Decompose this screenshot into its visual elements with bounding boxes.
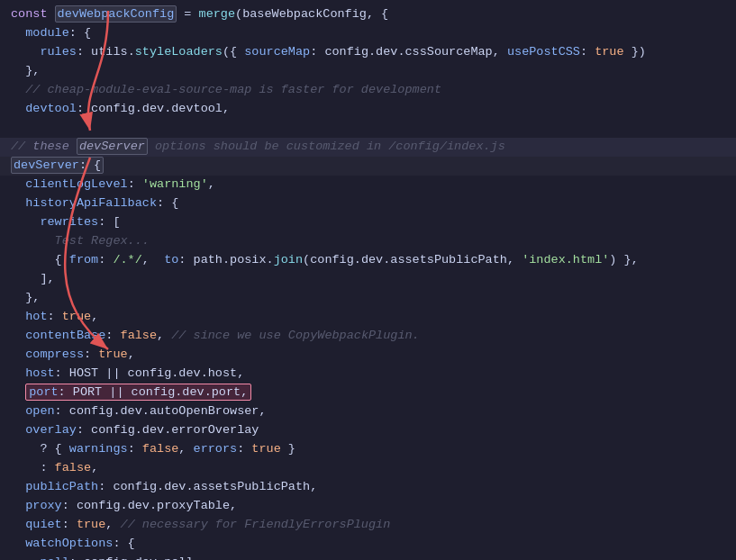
highlight-devserver-comment: devServer bbox=[77, 138, 148, 155]
code-line-16: }, bbox=[0, 289, 736, 308]
code-line-9: devServer: { bbox=[0, 157, 736, 176]
code-line-2: module: { bbox=[0, 24, 736, 43]
code-line-22: open: config.dev.autoOpenBrowser, bbox=[0, 402, 736, 421]
code-line-30: poll: config.dev.poll, bbox=[0, 554, 736, 560]
highlight-devserver-key: devServer: { bbox=[11, 157, 104, 174]
code-line-13: Test Regex... bbox=[0, 232, 736, 251]
highlight-devwebpackconfig: devWebpackConfig bbox=[55, 5, 177, 23]
code-line-21: port: PORT || config.dev.port, bbox=[0, 384, 736, 402]
code-line-8: // these devServer options should be cus… bbox=[0, 138, 736, 157]
code-line-14: { from: /.*/, to: path.posix.join(config… bbox=[0, 251, 736, 270]
code-editor: const devWebpackConfig = merge(baseWebpa… bbox=[0, 0, 736, 560]
code-line-1: const devWebpackConfig = merge(baseWebpa… bbox=[0, 5, 736, 24]
code-line-26: publicPath: config.dev.assetsPublicPath, bbox=[0, 478, 736, 497]
code-line-15: ], bbox=[0, 270, 736, 289]
code-line-17: hot: true, bbox=[0, 308, 736, 327]
code-line-25: : false, bbox=[0, 459, 736, 478]
code-line-18: contentBase: false, // since we use Copy… bbox=[0, 327, 736, 346]
code-line-27: proxy: config.dev.proxyTable, bbox=[0, 497, 736, 516]
code-line-19: compress: true, bbox=[0, 346, 736, 365]
code-line-20: host: HOST || config.dev.host, bbox=[0, 365, 736, 384]
code-line-12: rewrites: [ bbox=[0, 213, 736, 232]
code-line-3: rules: utils.styleLoaders({ sourceMap: c… bbox=[0, 43, 736, 62]
code-line-4: }, bbox=[0, 62, 736, 81]
code-line-28: quiet: true, // necessary for FriendlyEr… bbox=[0, 516, 736, 535]
code-line-23: overlay: config.dev.errorOverlay bbox=[0, 421, 736, 440]
code-line-6: devtool: config.dev.devtool, bbox=[0, 100, 736, 119]
highlight-port-line: port: PORT || config.dev.port, bbox=[25, 384, 251, 401]
code-line-24: ? { warnings: false, errors: true } bbox=[0, 440, 736, 459]
code-line-11: historyApiFallback: { bbox=[0, 194, 736, 213]
code-line-5: // cheap-module-eval-source-map is faste… bbox=[0, 81, 736, 100]
code-line-10: clientLogLevel: 'warning', bbox=[0, 176, 736, 194]
code-line-29: watchOptions: { bbox=[0, 535, 736, 554]
code-line-7 bbox=[0, 119, 736, 138]
